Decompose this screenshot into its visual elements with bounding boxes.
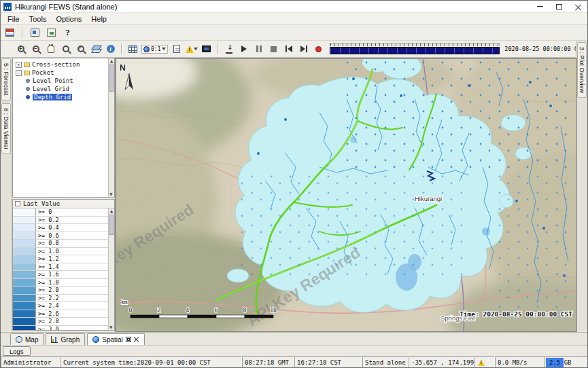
leaf-dot-icon: [26, 79, 30, 83]
layout-icon: [31, 29, 39, 37]
bottom-tab-bar: Map Graph Spatial: [1, 332, 587, 345]
legend-row: >= 1.0: [13, 248, 114, 256]
legend-header: Last Value: [13, 200, 114, 208]
step-forward-icon: [300, 45, 307, 52]
status-warning-cell[interactable]: [474, 356, 495, 368]
pan-button[interactable]: [44, 43, 57, 56]
database-button[interactable]: [3, 26, 16, 39]
zoom-out-button[interactable]: [29, 43, 42, 56]
chevron-down-icon: [162, 48, 166, 50]
menu-file[interactable]: File: [3, 14, 24, 24]
menu-tools[interactable]: Tools: [24, 14, 52, 24]
zoom-box-button[interactable]: [74, 43, 87, 56]
tree-item-cross-section[interactable]: + Cross-section: [13, 60, 114, 69]
step-back-icon: [286, 45, 292, 52]
export-profile-button[interactable]: [222, 43, 235, 56]
menu-help[interactable]: Help: [86, 14, 111, 24]
folder-icon: [24, 62, 30, 67]
legend-color-swatch: [13, 287, 36, 294]
tab-spatial[interactable]: Spatial: [87, 333, 145, 345]
toolbar-separator: [121, 43, 122, 54]
legend-row-label: >= 1.0: [36, 248, 114, 255]
tree-item-level-grid[interactable]: Level Grid: [13, 85, 114, 93]
stop-button[interactable]: [267, 43, 280, 56]
interval-selector[interactable]: 0:1: [141, 45, 168, 54]
tab-plot-overview[interactable]: 3 : Plot Overview: [577, 42, 587, 98]
legend-row-label: >= 1.4: [36, 263, 114, 271]
status-transfer-rate: 0.0 MB/s: [495, 356, 544, 368]
tree-item-pocket[interactable]: - Pocket: [13, 69, 114, 77]
tab-map[interactable]: Map: [10, 333, 44, 345]
status-bar: Administrator Current system time:2020-0…: [1, 356, 587, 368]
application-window: Hikurangi FEWS (Stand alone) File Tools …: [0, 0, 588, 368]
right-tab-strip: 3 : Plot Overview: [576, 41, 587, 331]
globe-icon: [16, 336, 22, 343]
legend-color-swatch: [13, 240, 36, 247]
main-toolbar: ?: [1, 25, 587, 41]
map-canvas[interactable]: Hikurangi Springs Flat API Key Required …: [115, 58, 577, 332]
panel-maximize-icon[interactable]: [126, 337, 131, 342]
scale-tick: 6: [215, 308, 218, 314]
legend-rows: >= 0 >= 0.2 >= 0.4 >= 0.6 >= 0.8 >= 1.0 …: [13, 208, 114, 331]
step-forward-button[interactable]: [297, 43, 310, 56]
step-back-button[interactable]: [282, 43, 295, 56]
warning-icon: [478, 360, 485, 366]
chevron-down-icon: [194, 48, 198, 50]
tab-forecast[interactable]: 5 : Forecast: [1, 58, 11, 100]
town-label: Hikurangi: [415, 195, 442, 202]
last-value-checkbox[interactable]: [15, 201, 20, 206]
tree-scrollbar[interactable]: ▲▼: [108, 58, 114, 197]
report-button[interactable]: [170, 43, 183, 56]
status-memory: 2.5 GB: [544, 356, 587, 368]
time-slider-bar[interactable]: [330, 47, 500, 54]
tab-data-viewer[interactable]: 6 : Data Viewer: [1, 103, 11, 154]
tab-graph[interactable]: Graph: [46, 333, 85, 345]
menu-options[interactable]: Options: [51, 14, 86, 24]
animation-display-button[interactable]: [200, 43, 213, 56]
zoom-in-button[interactable]: [14, 43, 27, 56]
toolbar-separator: [22, 27, 23, 38]
layers-button[interactable]: [89, 43, 102, 56]
minimize-button[interactable]: [530, 1, 549, 12]
tree-item-level-point[interactable]: Level Point: [13, 77, 114, 85]
play-button[interactable]: [237, 43, 250, 56]
collapse-icon[interactable]: -: [16, 70, 22, 76]
info-button[interactable]: [104, 43, 117, 56]
zoom-previous-icon: [63, 45, 69, 52]
maximize-button[interactable]: [549, 1, 568, 12]
close-button[interactable]: [568, 1, 587, 12]
legend-row-label: >= 2.2: [36, 295, 114, 302]
time-slider-ruler: [330, 43, 500, 46]
legend-scrollbar[interactable]: ▲▼: [108, 208, 114, 330]
tree-item-label: Pocket: [32, 69, 54, 76]
record-button[interactable]: [312, 43, 325, 56]
layout-button[interactable]: [29, 26, 41, 39]
status-local-time: 16:27:18 CST: [294, 356, 362, 368]
legend-color-swatch: [13, 318, 36, 325]
panel-close-icon[interactable]: [134, 337, 139, 342]
zoom-previous-button[interactable]: [59, 43, 72, 56]
scale-tick: 8: [243, 308, 247, 314]
scale-tick: 2: [158, 308, 161, 314]
tree-item-label: Cross-section: [32, 61, 80, 68]
warnings-button[interactable]: [185, 43, 198, 56]
grid-icon: [128, 45, 137, 53]
grid-display-button[interactable]: [126, 43, 139, 56]
pause-button[interactable]: [252, 43, 265, 56]
legend-row: >= 1.4: [13, 263, 114, 272]
time-slider[interactable]: [330, 43, 500, 55]
help-button[interactable]: ?: [61, 26, 74, 39]
display-button[interactable]: [45, 26, 58, 39]
expand-icon[interactable]: +: [16, 62, 22, 68]
pan-hand-icon: [48, 45, 54, 53]
close-icon: [575, 3, 581, 10]
status-mode: Stand alone: [362, 356, 409, 368]
logs-button[interactable]: Logs: [3, 346, 31, 356]
legend-row-label: >= 0.2: [36, 217, 114, 224]
legend-row: >= 2.6: [13, 310, 114, 318]
map-toolbar: 0:1 2020-08-25 00:00:00 CST: [1, 41, 587, 58]
legend-color-swatch: [13, 224, 36, 232]
tree-item-depth-grid[interactable]: Depth Grid: [13, 93, 114, 101]
legend-color-swatch: [13, 279, 36, 287]
minimize-icon: [537, 6, 543, 7]
